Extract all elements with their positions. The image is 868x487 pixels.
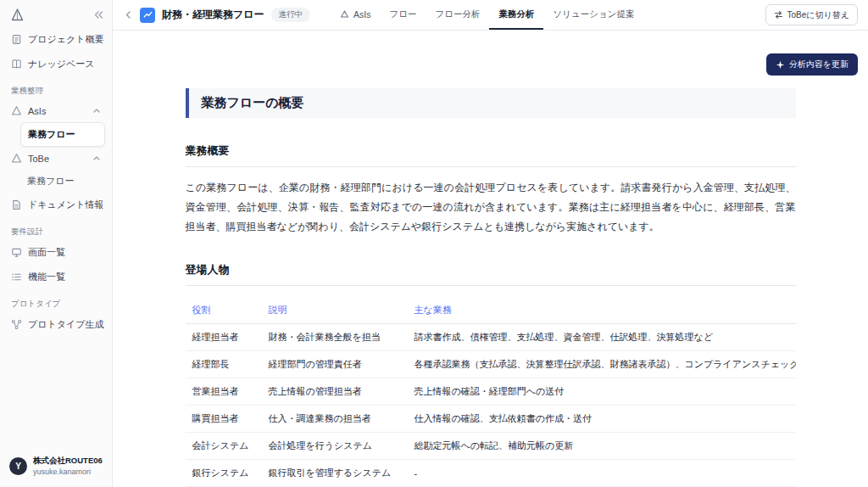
monitor-icon — [11, 247, 22, 258]
table-header-row: 役割 説明 主な業務 — [186, 297, 796, 324]
chevron-up-icon — [92, 154, 101, 162]
column-header-role: 役割 — [186, 297, 262, 324]
sidebar-section-requirements: 要件設計 — [7, 217, 105, 240]
flow-chart-icon — [140, 8, 155, 23]
topbar-title-group: 財務・経理業務フロー 進行中 — [124, 0, 310, 30]
tab-label: フロー — [389, 8, 416, 20]
tab-asis[interactable]: AsIs — [331, 0, 380, 30]
sidebar-item-project-overview[interactable]: プロジェクト概要 — [7, 27, 105, 52]
sidebar-item-label: プロトタイプ生成 — [28, 318, 104, 331]
sidebar-item-label: 機能一覧 — [28, 271, 65, 283]
cell-role: 営業担当者 — [186, 378, 262, 406]
main-area: 財務・経理業務フロー 進行中 AsIs フロー フロー分析 業務分析 — [113, 0, 868, 487]
triangle-sail-icon — [340, 9, 349, 19]
table-row: 経理部長 経理部門の管理責任者 各種承認業務（支払承認、決算整理仕訳承認、財務諸… — [186, 351, 796, 378]
sidebar-item-tobe-business-flow[interactable]: 業務フロー — [20, 170, 105, 193]
sidebar-item-label: プロジェクト概要 — [28, 33, 104, 46]
sidebar-item-screen-list[interactable]: 画面一覧 — [7, 240, 105, 265]
triangle-sail-icon — [11, 105, 22, 116]
tab-business-analysis[interactable]: 業務分析 — [489, 0, 543, 30]
table-row: 営業担当者 売上情報の管理担当者 売上情報の確認・経理部門への送付 — [186, 378, 796, 406]
tab-label: ソリューション提案 — [553, 8, 634, 20]
sidebar-item-label: AsIs — [28, 106, 46, 116]
actors-table: 役割 説明 主な業務 経理担当者 財務・会計業務全般を担当 請求書作成、債権管理… — [186, 297, 796, 487]
book-icon — [11, 59, 22, 70]
cell-role: 購買担当者 — [186, 406, 262, 433]
sidebar-item-knowledge-base[interactable]: ナレッジベース — [7, 52, 105, 76]
heading-actors: 登場人物 — [186, 262, 796, 286]
cell-tasks: 売上情報の確認・経理部門への送付 — [408, 378, 796, 406]
collapse-sidebar-button[interactable] — [92, 8, 105, 21]
tab-label: AsIs — [353, 9, 370, 20]
cell-desc: 経理部門の管理責任者 — [262, 351, 408, 378]
cell-tasks: 請求書作成、債権管理、支払処理、資金管理、仕訳処理、決算処理など — [408, 324, 796, 351]
cell-tasks: 各種承認業務（支払承認、決算整理仕訳承認、財務諸表承認）、コンプライアンスチェッ… — [408, 351, 796, 378]
sidebar-section-business: 業務整理 — [7, 76, 105, 99]
table-row: 経理担当者 財務・会計業務全般を担当 請求書作成、債権管理、支払処理、資金管理、… — [186, 324, 796, 351]
tab-label: 業務分析 — [498, 8, 534, 20]
tab-flow-analysis[interactable]: フロー分析 — [426, 0, 489, 30]
sidebar-item-label: 業務フロー — [27, 175, 75, 188]
cell-desc: 銀行取引を管理するシステム — [262, 460, 408, 487]
workflow-icon — [11, 319, 22, 330]
swap-icon — [774, 10, 783, 20]
sidebar-item-label: 業務フロー — [28, 128, 75, 141]
cell-desc: 財務・会計業務全般を担当 — [262, 324, 408, 351]
company-name: 株式会社ROUTE06 — [33, 456, 103, 467]
user-info: 株式会社ROUTE06 yusuke.kanamori — [33, 456, 103, 477]
sidebar-item-function-list[interactable]: 機能一覧 — [7, 265, 105, 289]
tab-solution-proposal[interactable]: ソリューション提案 — [543, 0, 643, 30]
cell-role: 銀行システム — [186, 460, 262, 487]
section-title-overview: 業務フローの概要 — [186, 88, 796, 118]
update-button-label: 分析内容を更新 — [789, 59, 849, 70]
cell-role: 経理担当者 — [186, 324, 262, 351]
cell-tasks: 総勘定元帳への転記、補助元帳の更新 — [408, 433, 796, 460]
sidebar-item-asis[interactable]: AsIs — [7, 99, 105, 122]
column-header-tasks: 主な業務 — [408, 297, 796, 324]
sidebar-item-prototype-gen[interactable]: プロトタイプ生成 — [7, 312, 105, 337]
sidebar: プロジェクト概要 ナレッジベース 業務整理 AsIs 業務フロー — [0, 0, 113, 487]
heading-business-summary: 業務概要 — [186, 143, 796, 167]
switch-to-tobe-button[interactable]: ToBeに切り替え — [765, 4, 859, 25]
content-area: 分析内容を更新 業務フローの概要 業務概要 この業務フローは、企業の財務・経理部… — [113, 31, 868, 487]
sidebar-item-label: ドキュメント情報 — [28, 199, 104, 211]
cell-desc: 仕入・調達業務の担当者 — [262, 406, 408, 433]
sidebar-item-asis-business-flow[interactable]: 業務フロー — [20, 122, 105, 147]
sidebar-nav: プロジェクト概要 ナレッジベース 業務整理 AsIs 業務フロー — [0, 25, 112, 447]
chevron-up-icon — [92, 107, 101, 115]
user-menu[interactable]: Y 株式会社ROUTE06 yusuke.kanamori — [0, 447, 112, 487]
update-analysis-button[interactable]: 分析内容を更新 — [766, 53, 858, 76]
cell-role: 経理部長 — [186, 351, 262, 378]
sidebar-item-label: ToBe — [28, 154, 49, 164]
document-body: 業務フローの概要 業務概要 この業務フローは、企業の財務・経理部門における一連の… — [186, 31, 796, 487]
sidebar-section-prototype: プロトタイプ — [7, 289, 105, 312]
table-row: 会計システム 会計処理を行うシステム 総勘定元帳への転記、補助元帳の更新 — [186, 433, 796, 460]
triangle-sail-icon — [11, 153, 22, 164]
column-header-desc: 説明 — [262, 297, 408, 324]
sidebar-header — [0, 0, 112, 25]
sidebar-item-label: 画面一覧 — [28, 246, 65, 259]
sparkle-icon — [776, 60, 785, 70]
user-name: yusuke.kanamori — [33, 467, 103, 477]
document-icon — [11, 34, 22, 45]
cell-tasks: - — [408, 460, 796, 487]
cell-role: 会計システム — [186, 433, 262, 460]
table-row: 購買担当者 仕入・調達業務の担当者 仕入情報の確認、支払依頼書の作成・送付 — [186, 406, 796, 433]
back-button[interactable] — [124, 10, 133, 20]
app-window: プロジェクト概要 ナレッジベース 業務整理 AsIs 業務フロー — [0, 0, 868, 487]
file-icon — [11, 199, 22, 210]
list-icon — [11, 271, 22, 283]
tab-label: フロー分析 — [435, 8, 480, 20]
cell-desc: 会計処理を行うシステム — [262, 433, 408, 460]
business-summary-text: この業務フローは、企業の財務・経理部門における一連の会計処理プロセスを表していま… — [186, 178, 796, 237]
top-bar: 財務・経理業務フロー 進行中 AsIs フロー フロー分析 業務分析 — [113, 0, 868, 31]
sidebar-item-label: ナレッジベース — [28, 58, 95, 70]
cell-tasks: 仕入情報の確認、支払依頼書の作成・送付 — [408, 406, 796, 433]
app-logo-icon — [10, 8, 25, 22]
page-title: 財務・経理業務フロー — [162, 8, 264, 22]
cell-desc: 売上情報の管理担当者 — [262, 378, 408, 406]
sidebar-item-tobe[interactable]: ToBe — [7, 147, 105, 170]
tab-flow[interactable]: フロー — [380, 0, 426, 30]
sidebar-item-document-info[interactable]: ドキュメント情報 — [7, 193, 105, 217]
switch-button-label: ToBeに切り替え — [787, 9, 850, 21]
